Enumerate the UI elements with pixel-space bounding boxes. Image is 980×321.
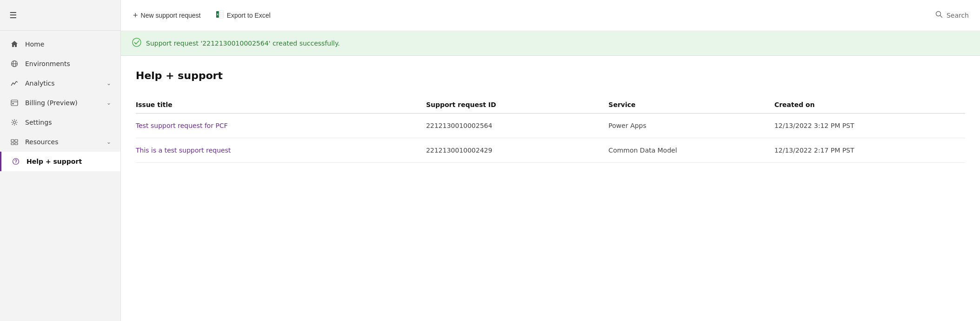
new-support-request-button[interactable]: + New support request <box>132 9 202 22</box>
created-on-0: 12/13/2022 3:12 PM PST <box>775 114 965 138</box>
table-header: Issue title Support request ID Service C… <box>136 96 965 114</box>
created-on-1: 12/13/2022 2:17 PM PST <box>775 138 965 163</box>
svg-line-21 <box>940 16 942 18</box>
analytics-chevron-icon: ⌄ <box>106 80 111 87</box>
issue-title-1[interactable]: This is a test support request <box>136 138 426 163</box>
sidebar-item-analytics-label: Analytics <box>25 80 106 87</box>
sidebar-item-help-support-label: Help + support <box>26 158 111 165</box>
sidebar-item-resources[interactable]: Resources ⌄ <box>0 132 120 152</box>
svg-rect-9 <box>11 143 14 145</box>
table-body: Test support request for PCF 22121300100… <box>136 114 965 163</box>
svg-point-6 <box>13 121 16 124</box>
sidebar-item-environments-label: Environments <box>25 60 111 67</box>
success-message: Support request '2212130010002564' creat… <box>146 40 340 47</box>
column-header-issue-title: Issue title <box>136 96 426 114</box>
environments-icon <box>9 60 20 67</box>
svg-rect-5 <box>12 103 14 104</box>
search-icon <box>935 11 943 20</box>
sidebar-item-billing-label: Billing (Preview) <box>25 99 106 107</box>
sidebar-item-billing[interactable]: Billing (Preview) ⌄ <box>0 93 120 113</box>
main-content: + New support request X Export to Excel <box>121 0 980 321</box>
sidebar-item-resources-label: Resources <box>25 138 106 146</box>
svg-text:X: X <box>217 13 219 16</box>
help-support-icon <box>11 158 21 165</box>
search-label: Search <box>947 12 969 19</box>
sidebar-item-home[interactable]: Home <box>0 34 120 54</box>
sidebar-item-help-support[interactable]: Help + support <box>0 152 120 171</box>
table-row: This is a test support request 221213001… <box>136 138 965 163</box>
settings-icon <box>9 119 20 126</box>
page-title: Help + support <box>136 70 965 81</box>
search-button[interactable]: Search <box>935 11 969 20</box>
export-excel-label: Export to Excel <box>227 12 271 19</box>
new-support-request-label: New support request <box>141 12 201 19</box>
issue-title-0[interactable]: Test support request for PCF <box>136 114 426 138</box>
sidebar-item-analytics[interactable]: Analytics ⌄ <box>0 74 120 93</box>
support-request-id-1: 2212130010002429 <box>426 138 608 163</box>
analytics-icon <box>9 80 20 87</box>
success-check-icon <box>132 38 141 49</box>
sidebar-nav: Home Environments Analytics ⌄ <box>0 31 120 321</box>
sidebar-item-environments[interactable]: Environments <box>0 54 120 74</box>
billing-icon <box>9 99 20 107</box>
table-row: Test support request for PCF 22121300100… <box>136 114 965 138</box>
toolbar-left: + New support request X Export to Excel <box>132 8 935 22</box>
success-banner: Support request '2212130010002564' creat… <box>121 31 980 56</box>
svg-point-20 <box>936 12 940 16</box>
service-0: Power Apps <box>609 114 775 138</box>
sidebar-item-home-label: Home <box>25 40 111 48</box>
sidebar: ☰ Home Environments <box>0 0 121 321</box>
page-content: Help + support Issue title Support reque… <box>121 56 980 321</box>
svg-rect-8 <box>15 140 18 142</box>
home-icon <box>9 40 20 48</box>
svg-rect-10 <box>15 143 18 145</box>
svg-point-12 <box>15 163 16 163</box>
plus-icon: + <box>133 11 138 20</box>
column-header-created-on: Created on <box>775 96 965 114</box>
sidebar-header: ☰ <box>0 0 120 31</box>
service-1: Common Data Model <box>609 138 775 163</box>
hamburger-icon[interactable]: ☰ <box>9 10 17 20</box>
svg-rect-3 <box>11 100 18 106</box>
column-header-service: Service <box>609 96 775 114</box>
svg-rect-7 <box>11 140 14 142</box>
support-request-id-0: 2212130010002564 <box>426 114 608 138</box>
resources-chevron-icon: ⌄ <box>106 139 111 145</box>
support-table: Issue title Support request ID Service C… <box>136 96 965 163</box>
svg-point-22 <box>132 38 141 47</box>
billing-chevron-icon: ⌄ <box>106 100 111 106</box>
column-header-support-request-id: Support request ID <box>426 96 608 114</box>
sidebar-item-settings[interactable]: Settings <box>0 113 120 132</box>
sidebar-item-settings-label: Settings <box>25 119 111 126</box>
resources-icon <box>9 138 20 146</box>
toolbar: + New support request X Export to Excel <box>121 0 980 31</box>
excel-icon: X <box>216 10 224 20</box>
export-excel-button[interactable]: X Export to Excel <box>215 8 271 22</box>
